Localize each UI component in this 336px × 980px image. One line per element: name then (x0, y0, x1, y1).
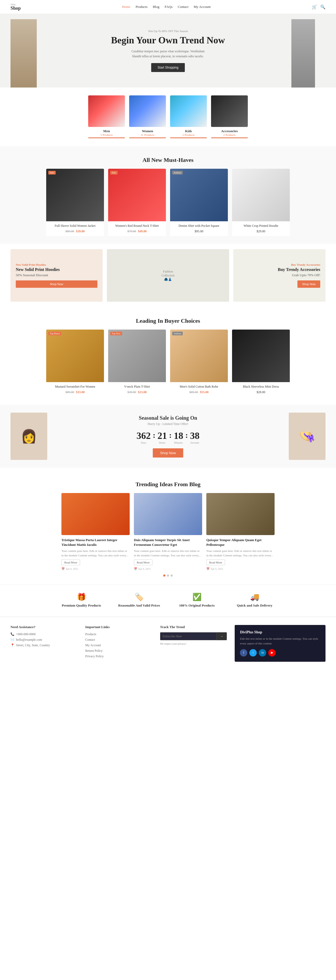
countdown-seconds-number: 38 (190, 430, 200, 441)
footer-link-privacy[interactable]: Privacy Policy (85, 654, 152, 658)
product-red-tshirt-name: Women's Red Round Neck T-Shirt (111, 224, 163, 228)
category-kids[interactable]: Kids 2 Products (170, 95, 207, 138)
blog-section: Trending Ideas From Blog Tristique Massa… (0, 468, 336, 584)
hero-content: Win Up-To 80% OFF This Season Begin Your… (111, 29, 225, 72)
countdown-minutes: 18 Minutes (174, 430, 183, 444)
product-black-dress[interactable]: Black Sleeveless Mini Dress $28.00 (232, 329, 290, 397)
product-white-hoodie-info: White Crop Printed Hoodie $29.00 (232, 221, 290, 236)
footer-assistance-title: Need Assistance? (11, 625, 78, 629)
promo-hoodies-button[interactable]: Shop Now (16, 280, 97, 288)
cart-icon[interactable]: 🛒 (312, 5, 317, 10)
footer-brand-title: DiviPlus Shop (240, 630, 320, 635)
category-accessories[interactable]: Accessories 2 Products (211, 95, 248, 138)
category-women[interactable]: Women 11 Products (129, 95, 166, 138)
product-mens-cotton-badge: Soldout (172, 332, 183, 335)
product-mens-cotton-image: Soldout (170, 329, 228, 382)
nav-home[interactable]: Home (122, 5, 130, 9)
footer-link-products[interactable]: Products (85, 632, 152, 636)
blog-post-2[interactable]: Duis Aliquam Semper Turpis Sit Amet Ferm… (134, 493, 202, 570)
product-women-jacket-image: Sale (46, 169, 104, 221)
footer-social-links: f t in ▶ (240, 649, 320, 657)
feature-prices: 🏷️ Reasonable And Valid Prices (116, 593, 163, 609)
promo-accessories-title: Buy Trendy Accessories (278, 267, 320, 272)
site-logo[interactable]: shop Shop (11, 3, 21, 11)
category-kids-bar (170, 137, 207, 138)
countdown-sep-1: : (153, 431, 155, 440)
category-men-image (88, 95, 125, 127)
countdown-subtitle: Hurry Up - Limited Time Offer! (47, 422, 289, 426)
must-haves-title: All New Must-Haves (11, 157, 325, 164)
blog-dot-3[interactable] (171, 574, 173, 577)
blog-post-2-link[interactable]: Read More (134, 560, 152, 565)
twitter-icon[interactable]: t (249, 649, 257, 657)
promo-accessories-button[interactable]: Shop Now (297, 280, 320, 288)
product-mens-cotton-info: Men's Solid Cotton Bath Robe $89.00 $55.… (170, 382, 228, 397)
category-men-count: 5 Products (88, 133, 125, 137)
linkedin-icon[interactable]: in (259, 649, 266, 657)
buyer-choices-grid: Top Rated Mustard Sweatshirt For Women $… (11, 329, 325, 397)
blog-post-2-image (134, 493, 202, 535)
footer-subscribe-form: → (160, 632, 227, 640)
feature-original: ✅ 100% Original Products (173, 593, 220, 609)
footer-link-return[interactable]: Return Policy (85, 649, 152, 653)
blog-post-2-desc: Your content goes here. Edit or remove t… (134, 549, 202, 557)
category-accessories-bar (211, 137, 248, 138)
product-black-dress-image (232, 329, 290, 382)
youtube-icon[interactable]: ▶ (268, 649, 276, 657)
product-denim-price: $95.00 (173, 229, 225, 233)
blog-post-1-link[interactable]: Read More (62, 560, 80, 565)
countdown-sep-2: : (169, 431, 172, 440)
blog-post-1[interactable]: Tristique Massa Porta Laoreet Integer Ti… (62, 493, 130, 570)
category-men[interactable]: Men 5 Products (88, 95, 125, 138)
navbar: shop Shop Home Products Blog FAQs Contac… (0, 0, 336, 14)
product-grey-tshirt-image: Top New (108, 329, 166, 382)
promo-hoodies-label: New Solid Print Hoodies (16, 263, 97, 266)
blog-post-3[interactable]: Quisque Tempor Aliquam Quam Eget Pellent… (206, 493, 274, 570)
hero-description: Curabitur tempor mec purus vitae sceleri… (128, 49, 208, 59)
search-icon[interactable]: 🔍 (320, 5, 325, 10)
countdown-seconds-label: Seconds (190, 441, 200, 444)
footer-email: ✉️ hello@example.com (11, 638, 78, 642)
footer-link-account[interactable]: My Account (85, 643, 152, 647)
product-mens-cotton[interactable]: Soldout Men's Solid Cotton Bath Robe $89… (170, 329, 228, 397)
promo-section: New Solid Print Hoodies New Solid Print … (0, 244, 336, 307)
nav-contact[interactable]: Contact (178, 5, 188, 9)
footer-assistance: Need Assistance? 📞 +000-000-0000 ✉️ hell… (11, 625, 78, 662)
footer-privacy-note: We respect your privacy! (160, 642, 227, 645)
facebook-icon[interactable]: f (240, 649, 247, 657)
blog-dot-2[interactable] (167, 574, 169, 577)
category-accessories-image (211, 95, 248, 127)
product-denim-image: Soldout (170, 169, 228, 221)
product-grey-tshirt[interactable]: Top New V-neck Plain T-Shirt $39.00 $23.… (108, 329, 166, 397)
category-women-bar (129, 137, 166, 138)
product-mustard[interactable]: Top Rated Mustard Sweatshirt For Women $… (46, 329, 104, 397)
blog-post-3-link[interactable]: Read More (206, 560, 225, 565)
product-women-jacket[interactable]: Sale Full Sleeve Solid Women Jacket $89.… (46, 169, 104, 236)
blog-post-3-image (206, 493, 274, 535)
blog-post-3-desc: Your content goes here. Edit or remove t… (206, 549, 274, 557)
footer-subscribe-input[interactable] (160, 632, 217, 640)
footer-address: 📍 Street, City, State, Country (11, 643, 78, 647)
blog-dot-1[interactable] (163, 574, 165, 577)
product-white-hoodie[interactable]: White Crop Printed Hoodie $29.00 (232, 169, 290, 236)
nav-blog[interactable]: Blog (153, 5, 159, 9)
nav-actions: 🛒 🔍 (312, 5, 325, 10)
hero-subtitle: Win Up-To 80% OFF This Season (111, 29, 225, 33)
hero-model-left (11, 19, 37, 88)
product-red-tshirt[interactable]: Sale Women's Red Round Neck T-Shirt $79.… (108, 169, 166, 236)
nav-products[interactable]: Products (135, 5, 147, 9)
footer-link-contact[interactable]: Contact (85, 638, 152, 642)
blog-pagination (11, 574, 325, 577)
hero-cta-button[interactable]: Start Shopping (151, 63, 185, 72)
feature-original-title: 100% Original Products (173, 603, 220, 608)
nav-faqs[interactable]: FAQs (165, 5, 173, 9)
feature-premium: 🎁 Premium Quality Products (58, 593, 105, 609)
categories-section: Men 5 Products Women 11 Products Kids 2 … (0, 88, 336, 146)
footer-subscribe-button[interactable]: → (217, 632, 227, 640)
blog-post-3-date: 📅 Apr 6, 2021 (206, 567, 274, 570)
countdown-sep-3: : (185, 431, 188, 440)
product-denim[interactable]: Soldout Denim Shirt with Pocket Square $… (170, 169, 228, 236)
countdown-days-label: Days (136, 441, 151, 444)
nav-account[interactable]: My Account (194, 5, 211, 9)
countdown-shop-button[interactable]: Shop Now (153, 449, 183, 458)
